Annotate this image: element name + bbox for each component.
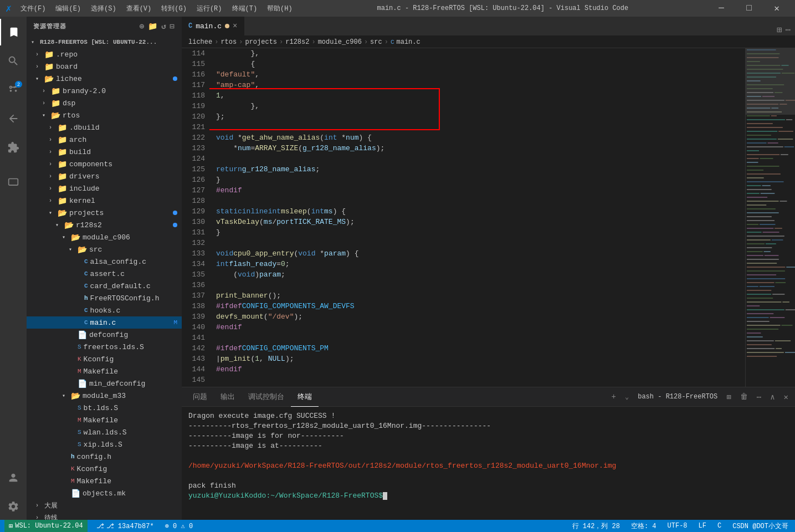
menu-file[interactable]: 文件(F) [16,2,50,16]
sidebar-item-assert[interactable]: › C assert.c [27,268,182,280]
sidebar-item-card-default[interactable]: › C card_default.c [27,280,182,292]
sidebar-item-wlan-lds[interactable]: › S wlan.lds.S [27,426,182,438]
sidebar-item-projects[interactable]: ▾ 📂 projects [27,207,182,219]
settings-icon[interactable] [0,493,27,520]
remote-status[interactable]: ⊞ WSL: Ubuntu-22.04 [4,520,88,532]
remote-activity-icon[interactable] [0,170,27,196]
sidebar-item-defconfig[interactable]: › 📄 defconfig [27,329,182,341]
code-editor[interactable]: 1141151161171181191201211221231241251261… [182,48,745,387]
menu-terminal[interactable]: 终端(T) [228,2,262,16]
sidebar-item-module-m33[interactable]: ▾ 📂 module_m33 [27,390,182,402]
git-activity-icon[interactable]: 2 [0,76,27,103]
sidebar-item-xip-lds[interactable]: › S xip.lds.S [27,438,182,451]
sidebar-item-build[interactable]: › 📁 build [27,146,182,158]
sidebar-item-main[interactable]: › C main.c M [27,316,182,329]
sidebar-item-components[interactable]: › 📁 components [27,158,182,170]
tab-terminal[interactable]: 终端 [291,387,319,407]
eol-status[interactable]: LF [696,522,709,530]
close-button[interactable]: ✕ [764,0,789,17]
tab-close-button[interactable]: × [233,22,237,30]
split-editor-icon[interactable]: ⊞ [777,24,782,35]
terminal-content[interactable]: Dragon execute image.cfg SUCCESS ! -----… [182,407,795,520]
sidebar-item-objects-mk[interactable]: › 📄 objects.mk [27,487,182,499]
menu-goto[interactable]: 转到(G) [157,2,191,16]
breadcrumb-module[interactable]: module_c906 [318,38,362,46]
sidebar-item-kconfig2[interactable]: › K Kconfig [27,463,182,475]
menu-help[interactable]: 帮助(H) [263,2,297,16]
sidebar-item-hooks[interactable]: › C hooks.c [27,304,182,316]
cursor-position-status[interactable]: 行 142，列 28 [570,521,622,531]
sidebar-item-alsa-config[interactable]: › C alsa_config.c [27,255,182,268]
extensions-activity-icon[interactable] [0,134,27,161]
breadcrumb-src[interactable]: src [370,38,382,46]
sidebar-item-arch[interactable]: › 📁 arch [27,134,182,146]
language-status[interactable]: C [715,522,724,530]
debug-activity-icon[interactable] [0,105,27,132]
sidebar-item-r128s2[interactable]: ▾ 📂 r128s2 [27,219,182,231]
sidebar-item-daixian[interactable]: › 待线 [27,511,182,520]
error-warning-status[interactable]: ⊗ 0 ⚠ 0 [163,522,195,530]
file-label: min_defconfig [89,380,145,388]
tab-problems[interactable]: 问题 [186,387,214,407]
menu-edit[interactable]: 编辑(E) [51,2,85,16]
tab-debug-console[interactable]: 调试控制台 [242,387,291,407]
sidebar-item-include[interactable]: › 📁 include [27,182,182,195]
sidebar-item-freertos-config[interactable]: › h FreeRTOSConfig.h [27,292,182,304]
menu-select[interactable]: 选择(S) [86,2,121,16]
more-actions-icon[interactable]: ⋯ [785,24,791,35]
sidebar-item-src[interactable]: ▾ 📂 src [27,243,182,255]
folder-open-icon: 📂 [58,208,67,218]
sidebar-item-makefile-m33[interactable]: › M Makefile [27,414,182,426]
sidebar-item-dsp[interactable]: › 📁 dsp [27,97,182,109]
git-branch-status[interactable]: ⎇ ⎇ 13a47b87* [94,522,156,530]
split-terminal-icon[interactable]: ⊞ [724,390,733,404]
more-terminal-icon[interactable]: ⋯ [755,390,763,404]
asm-file-icon: S [78,429,81,436]
menu-view[interactable]: 查看(V) [122,2,156,16]
tab-output[interactable]: 输出 [214,387,242,407]
sidebar-item-dazhan[interactable]: › 大展 [27,499,182,511]
breadcrumb-projects[interactable]: projects [245,38,277,46]
workspace-root[interactable]: ▾ R128-FREERTOS [WSL: UBUNTU-22... [27,36,182,48]
account-icon[interactable] [0,464,27,491]
sidebar-item-repo[interactable]: › 📁 .repo [27,48,182,60]
maximize-panel-icon[interactable]: ∧ [768,390,777,404]
collapse-icon[interactable]: ⊟ [170,22,175,31]
add-terminal-button[interactable]: + [609,390,618,403]
terminal-selector[interactable]: ⌄ [623,391,631,403]
explorer-activity-icon[interactable] [0,19,27,45]
sidebar-item-board[interactable]: › 📁 board [27,60,182,73]
tab-main-c[interactable]: C main.c × [182,17,244,35]
sidebar-item-drivers[interactable]: › 📁 drivers [27,170,182,182]
maximize-button[interactable]: □ [736,0,762,17]
sidebar-item-dbuild[interactable]: › 📁 .dbuild [27,121,182,134]
breadcrumb-rtos[interactable]: rtos [220,38,237,46]
breadcrumb-r128s2[interactable]: r128s2 [285,38,309,46]
sidebar-item-lichee[interactable]: ▾ 📂 lichee [27,73,182,85]
sidebar-item-kernel[interactable]: › 📁 kernel [27,195,182,207]
trash-icon[interactable]: 🗑 [738,390,750,403]
breadcrumb-main-c[interactable]: main.c [397,38,420,46]
sidebar-item-config-h[interactable]: › h config.h [27,451,182,463]
sidebar-item-rtos[interactable]: ▾ 📂 rtos [27,109,182,121]
code-content[interactable]: }, { "default", "amp-cap", 1, },}; void … [209,48,745,387]
breadcrumb-lichee[interactable]: lichee [188,38,212,46]
new-folder-icon[interactable]: 📁 [148,22,158,31]
refresh-icon[interactable]: ↺ [161,22,166,31]
sidebar-item-kconfig[interactable]: › K Kconfig [27,353,182,365]
sidebar-item-module-c906[interactable]: ▾ 📂 module_c906 [27,231,182,243]
close-panel-icon[interactable]: ✕ [782,390,791,404]
menu-run[interactable]: 运行(R) [192,2,227,16]
line-number: 122 [182,132,205,143]
new-file-icon[interactable]: ⊕ [140,22,145,31]
encoding-status[interactable]: UTF-8 [665,522,690,530]
sidebar-item-bt-lds[interactable]: › S bt.lds.S [27,402,182,414]
sidebar-item-freertos-lds[interactable]: › S freertos.lds.S [27,341,182,353]
sidebar-item-brandy[interactable]: › 📁 brandy-2.0 [27,85,182,97]
indent-status[interactable]: 空格: 4 [629,521,659,531]
sidebar-item-makefile2[interactable]: › M Makefile [27,475,182,487]
search-activity-icon[interactable] [0,48,27,74]
sidebar-item-min-defconfig[interactable]: › 📄 min_defconfig [27,377,182,390]
minimize-button[interactable]: ─ [709,0,734,17]
sidebar-item-makefile[interactable]: › M Makefile [27,365,182,377]
